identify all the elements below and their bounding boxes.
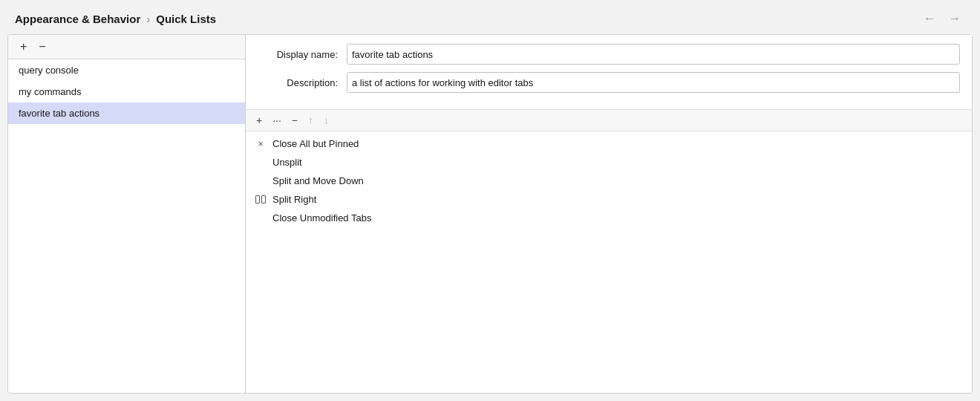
- display-name-input[interactable]: [347, 44, 960, 65]
- actions-section: + ··· − ↑ ↓ × Close All but Pinned: [246, 109, 972, 393]
- header: Appearance & Behavior › Quick Lists ← →: [0, 0, 980, 34]
- action-label: Split and Move Down: [272, 175, 364, 186]
- list-item[interactable]: my commands: [8, 81, 245, 102]
- breadcrumb-part1: Appearance & Behavior: [15, 13, 140, 25]
- action-item[interactable]: Unsplit: [246, 153, 972, 172]
- left-list: query console my commands favorite tab a…: [8, 59, 245, 393]
- action-label: Split Right: [272, 194, 316, 205]
- header-nav: ← →: [919, 10, 965, 27]
- left-panel: + − query console my commands favorite t…: [8, 35, 246, 393]
- move-up-button[interactable]: ↑: [304, 114, 318, 127]
- display-name-row: Display name:: [258, 44, 960, 65]
- back-button[interactable]: ←: [919, 10, 940, 27]
- list-item-selected[interactable]: favorite tab actions: [8, 102, 245, 124]
- add-list-button[interactable]: +: [16, 39, 31, 54]
- forward-button[interactable]: →: [944, 10, 965, 27]
- move-down-button[interactable]: ↓: [319, 114, 333, 127]
- list-item[interactable]: query console: [8, 59, 245, 81]
- breadcrumb-part2: Quick Lists: [156, 13, 216, 25]
- split-right-visual: [255, 195, 266, 203]
- form-section: Display name: Description:: [246, 35, 972, 106]
- action-item[interactable]: × Close All but Pinned: [246, 134, 972, 153]
- action-item[interactable]: Close Unmodified Tabs: [246, 209, 972, 227]
- left-toolbar: + −: [8, 35, 245, 59]
- right-panel: Display name: Description: + ··· − ↑ ↓: [246, 35, 972, 393]
- description-input[interactable]: [347, 72, 960, 93]
- actions-list: × Close All but Pinned Unsplit Split and…: [246, 131, 972, 393]
- action-item[interactable]: Split and Move Down: [246, 172, 972, 190]
- description-row: Description:: [258, 72, 960, 93]
- action-label: Unsplit: [272, 157, 302, 168]
- description-label: Description:: [258, 77, 347, 88]
- remove-list-button[interactable]: −: [34, 39, 50, 54]
- action-label: Close Unmodified Tabs: [272, 212, 371, 224]
- add-action-button[interactable]: +: [252, 114, 267, 127]
- split-right-icon: [255, 195, 267, 203]
- breadcrumb-separator: ›: [146, 13, 150, 25]
- display-name-label: Display name:: [258, 49, 347, 60]
- action-label: Close All but Pinned: [272, 138, 359, 149]
- breadcrumb: Appearance & Behavior › Quick Lists: [15, 13, 216, 25]
- actions-toolbar: + ··· − ↑ ↓: [246, 110, 972, 131]
- action-item[interactable]: Split Right: [246, 190, 972, 209]
- remove-action-button[interactable]: −: [287, 114, 302, 127]
- x-icon: ×: [255, 139, 267, 149]
- edit-action-button[interactable]: ···: [268, 114, 286, 127]
- main-content: + − query console my commands favorite t…: [7, 34, 973, 394]
